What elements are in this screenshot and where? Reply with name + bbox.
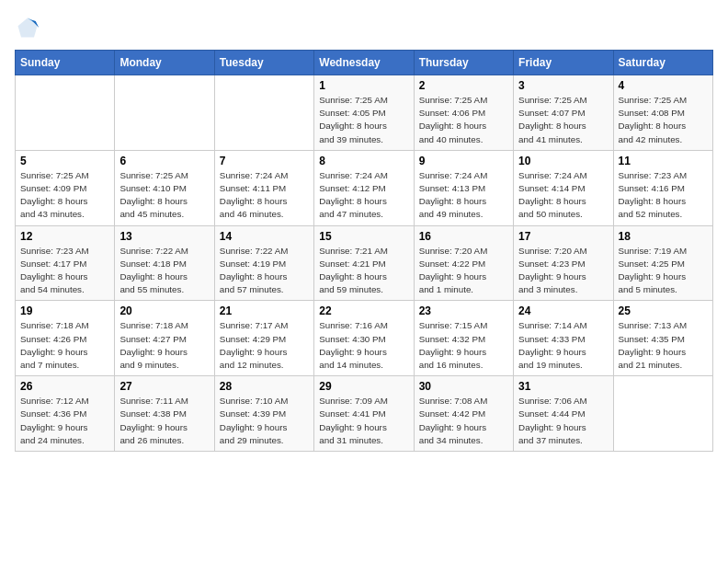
day-info: Sunrise: 7:24 AM Sunset: 4:13 PM Dayligh… [419,169,508,222]
calendar-cell-w2d3: 15Sunrise: 7:21 AM Sunset: 4:21 PM Dayli… [314,225,414,301]
day-number: 31 [518,380,608,393]
calendar-cell-w0d6: 4Sunrise: 7:25 AM Sunset: 4:08 PM Daylig… [613,75,712,151]
calendar-table: SundayMondayTuesdayWednesdayThursdayFrid… [15,50,713,452]
logo [15,15,44,40]
day-number: 15 [319,230,408,243]
day-number: 14 [220,230,309,243]
day-info: Sunrise: 7:13 AM Sunset: 4:35 PM Dayligh… [619,319,708,372]
calendar-cell-w4d5: 31Sunrise: 7:06 AM Sunset: 4:44 PM Dayli… [514,376,613,452]
day-number: 19 [20,304,109,317]
day-number: 29 [319,380,408,393]
weekday-header-sunday: Sunday [16,51,115,75]
day-number: 5 [20,155,109,167]
day-info: Sunrise: 7:24 AM Sunset: 4:12 PM Dayligh… [319,169,408,222]
day-info: Sunrise: 7:08 AM Sunset: 4:42 PM Dayligh… [419,395,508,447]
day-number: 21 [220,304,309,317]
day-info: Sunrise: 7:20 AM Sunset: 4:22 PM Dayligh… [419,245,508,297]
day-number: 25 [619,304,708,317]
day-info: Sunrise: 7:25 AM Sunset: 4:09 PM Dayligh… [20,169,109,222]
day-info: Sunrise: 7:17 AM Sunset: 4:29 PM Dayligh… [220,319,309,372]
calendar-cell-w1d3: 8Sunrise: 7:24 AM Sunset: 4:12 PM Daylig… [314,150,414,225]
calendar-cell-w2d4: 16Sunrise: 7:20 AM Sunset: 4:22 PM Dayli… [414,225,513,301]
day-info: Sunrise: 7:20 AM Sunset: 4:23 PM Dayligh… [518,245,608,297]
day-number: 18 [619,230,708,243]
calendar-cell-w4d6 [613,376,712,452]
day-info: Sunrise: 7:14 AM Sunset: 4:33 PM Dayligh… [518,319,608,372]
weekday-header-saturday: Saturday [613,51,712,75]
day-info: Sunrise: 7:09 AM Sunset: 4:41 PM Dayligh… [319,395,408,447]
calendar-cell-w3d0: 19Sunrise: 7:18 AM Sunset: 4:26 PM Dayli… [16,301,115,376]
day-number: 8 [319,155,408,167]
weekday-header-monday: Monday [115,51,214,75]
day-info: Sunrise: 7:24 AM Sunset: 4:11 PM Dayligh… [220,169,309,222]
weekday-header-friday: Friday [514,51,613,75]
weekday-header-thursday: Thursday [414,51,513,75]
day-info: Sunrise: 7:18 AM Sunset: 4:26 PM Dayligh… [20,319,109,372]
calendar-cell-w3d5: 24Sunrise: 7:14 AM Sunset: 4:33 PM Dayli… [514,301,613,376]
calendar-cell-w0d2 [214,75,313,151]
calendar-cell-w2d1: 13Sunrise: 7:22 AM Sunset: 4:18 PM Dayli… [115,225,214,301]
calendar-cell-w2d6: 18Sunrise: 7:19 AM Sunset: 4:25 PM Dayli… [613,225,712,301]
day-number: 17 [518,230,608,243]
day-number: 11 [619,155,708,167]
calendar-cell-w4d3: 29Sunrise: 7:09 AM Sunset: 4:41 PM Dayli… [314,376,414,452]
calendar-cell-w1d2: 7Sunrise: 7:24 AM Sunset: 4:11 PM Daylig… [214,150,313,225]
calendar-cell-w1d5: 10Sunrise: 7:24 AM Sunset: 4:14 PM Dayli… [514,150,613,225]
day-info: Sunrise: 7:25 AM Sunset: 4:06 PM Dayligh… [419,94,508,146]
calendar-cell-w1d4: 9Sunrise: 7:24 AM Sunset: 4:13 PM Daylig… [414,150,513,225]
day-number: 27 [119,380,209,393]
day-number: 22 [319,304,408,317]
header [15,15,713,40]
day-number: 28 [220,380,309,393]
day-number: 3 [518,79,608,92]
day-number: 24 [518,304,608,317]
calendar-cell-w1d0: 5Sunrise: 7:25 AM Sunset: 4:09 PM Daylig… [16,150,115,225]
day-number: 16 [419,230,508,243]
day-info: Sunrise: 7:25 AM Sunset: 4:08 PM Dayligh… [619,94,708,146]
day-number: 10 [518,155,608,167]
calendar-cell-w1d1: 6Sunrise: 7:25 AM Sunset: 4:10 PM Daylig… [115,150,214,225]
day-number: 26 [20,380,109,393]
day-info: Sunrise: 7:10 AM Sunset: 4:39 PM Dayligh… [220,395,309,447]
day-info: Sunrise: 7:16 AM Sunset: 4:30 PM Dayligh… [319,319,408,372]
day-info: Sunrise: 7:24 AM Sunset: 4:14 PM Dayligh… [518,169,608,222]
calendar-cell-w4d0: 26Sunrise: 7:12 AM Sunset: 4:36 PM Dayli… [16,376,115,452]
calendar-cell-w0d1 [115,75,214,151]
day-info: Sunrise: 7:22 AM Sunset: 4:18 PM Dayligh… [119,245,209,297]
day-number: 4 [619,79,708,92]
calendar-cell-w0d4: 2Sunrise: 7:25 AM Sunset: 4:06 PM Daylig… [414,75,513,151]
day-info: Sunrise: 7:25 AM Sunset: 4:07 PM Dayligh… [518,94,608,146]
day-number: 30 [419,380,508,393]
calendar-cell-w0d0 [16,75,115,151]
day-number: 23 [419,304,508,317]
day-number: 20 [119,304,209,317]
day-number: 1 [319,79,408,92]
day-info: Sunrise: 7:19 AM Sunset: 4:25 PM Dayligh… [619,245,708,297]
day-info: Sunrise: 7:22 AM Sunset: 4:19 PM Dayligh… [220,245,309,297]
day-info: Sunrise: 7:06 AM Sunset: 4:44 PM Dayligh… [518,395,608,447]
day-info: Sunrise: 7:25 AM Sunset: 4:10 PM Dayligh… [119,169,209,222]
calendar-cell-w3d2: 21Sunrise: 7:17 AM Sunset: 4:29 PM Dayli… [214,301,313,376]
calendar-cell-w4d4: 30Sunrise: 7:08 AM Sunset: 4:42 PM Dayli… [414,376,513,452]
day-info: Sunrise: 7:23 AM Sunset: 4:17 PM Dayligh… [20,245,109,297]
weekday-header-wednesday: Wednesday [314,51,414,75]
day-info: Sunrise: 7:12 AM Sunset: 4:36 PM Dayligh… [20,395,109,447]
calendar-cell-w4d1: 27Sunrise: 7:11 AM Sunset: 4:38 PM Dayli… [115,376,214,452]
calendar-cell-w0d5: 3Sunrise: 7:25 AM Sunset: 4:07 PM Daylig… [514,75,613,151]
calendar-cell-w4d2: 28Sunrise: 7:10 AM Sunset: 4:39 PM Dayli… [214,376,313,452]
day-number: 7 [220,155,309,167]
calendar-cell-w2d2: 14Sunrise: 7:22 AM Sunset: 4:19 PM Dayli… [214,225,313,301]
calendar-cell-w3d4: 23Sunrise: 7:15 AM Sunset: 4:32 PM Dayli… [414,301,513,376]
calendar-cell-w3d3: 22Sunrise: 7:16 AM Sunset: 4:30 PM Dayli… [314,301,414,376]
logo-icon [15,15,40,40]
day-info: Sunrise: 7:23 AM Sunset: 4:16 PM Dayligh… [619,169,708,222]
calendar-cell-w2d0: 12Sunrise: 7:23 AM Sunset: 4:17 PM Dayli… [16,225,115,301]
calendar-cell-w1d6: 11Sunrise: 7:23 AM Sunset: 4:16 PM Dayli… [613,150,712,225]
day-number: 12 [20,230,109,243]
day-info: Sunrise: 7:11 AM Sunset: 4:38 PM Dayligh… [119,395,209,447]
weekday-header-tuesday: Tuesday [214,51,313,75]
day-number: 9 [419,155,508,167]
day-info: Sunrise: 7:21 AM Sunset: 4:21 PM Dayligh… [319,245,408,297]
calendar-cell-w2d5: 17Sunrise: 7:20 AM Sunset: 4:23 PM Dayli… [514,225,613,301]
calendar-cell-w3d1: 20Sunrise: 7:18 AM Sunset: 4:27 PM Dayli… [115,301,214,376]
